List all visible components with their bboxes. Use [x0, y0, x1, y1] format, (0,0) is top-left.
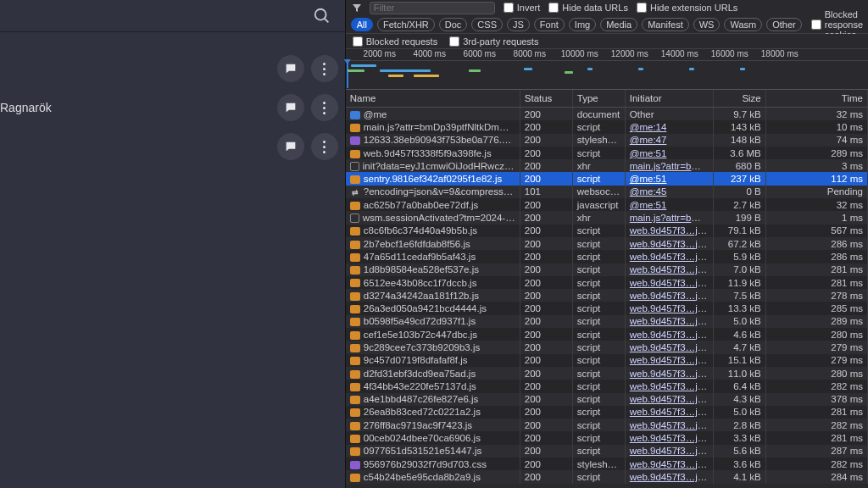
filter-chip-ws[interactable]: WS [693, 18, 721, 31]
filter-chip-css[interactable]: CSS [471, 18, 503, 31]
cell-initiator[interactable]: @me:45 [626, 185, 714, 198]
blocked-requests-checkbox[interactable]: Blocked requests [353, 36, 437, 47]
cell-initiator[interactable]: @me:47 [626, 133, 714, 147]
cell-type: script [573, 353, 626, 367]
cell-initiator[interactable]: web.9d457f3…js:12 [626, 263, 714, 276]
col-status[interactable]: Status [520, 90, 573, 107]
filter-chip-other[interactable]: Other [766, 18, 802, 31]
cell-initiator[interactable]: web.9d457f3…js:12 [626, 289, 714, 302]
cell-initiator[interactable]: @me:51 [626, 147, 714, 160]
cell-initiator[interactable]: main.js?attr=bmDp39ptfN [626, 211, 714, 225]
request-row[interactable]: a4e1bbd487c26fe827e6.js200scriptweb.9d45… [346, 393, 868, 406]
request-row[interactable]: @me200documentOther9.7 kB32 ms [346, 108, 868, 120]
request-row[interactable]: 2b7ebcf1e6fdfdab8f56.js200scriptweb.9d45… [346, 237, 868, 250]
request-row[interactable]: 47a65d11cedaf9b5af43.js200scriptweb.9d45… [346, 250, 868, 263]
more-icon[interactable] [311, 55, 338, 82]
cell-initiator[interactable]: web.9d457f3…js:12 [626, 353, 714, 367]
more-icon[interactable] [311, 133, 338, 160]
filter-chip-img[interactable]: Img [569, 18, 596, 31]
playhead-marker[interactable] [347, 62, 348, 88]
overview-bar [689, 68, 694, 70]
cell-initiator[interactable]: web.9d457f3…js:12 [626, 431, 714, 445]
file-type-icon [350, 202, 360, 210]
request-row[interactable]: 1d8b98584ea528ef537e.js200scriptweb.9d45… [346, 263, 868, 276]
hide-extension-urls-checkbox[interactable]: Hide extension URLs [637, 3, 737, 13]
request-row[interactable]: main.js?attr=bmDp39ptfNltkDmQC8yGvSFBEF…… [346, 120, 868, 133]
cell-initiator[interactable]: @me:51 [626, 198, 714, 212]
cell-initiator[interactable]: web.9d457f3…js:12 [626, 470, 714, 484]
more-icon[interactable] [311, 94, 338, 121]
cell-initiator[interactable]: web.9d457f3…js:12 [626, 328, 714, 341]
filter-chip-js[interactable]: JS [507, 18, 530, 31]
list-item[interactable] [0, 127, 345, 166]
cell-initiator[interactable]: @me:14 [626, 120, 714, 134]
request-row[interactable]: ac625b77a0bab0ee72df.js200javascript@me:… [346, 198, 868, 211]
cell-initiator[interactable]: web.9d457f3…js:12 [626, 392, 714, 406]
filter-chip-manifest[interactable]: Manifest [642, 18, 689, 31]
request-row[interactable]: b0598f5a49cd72d937f1.js200scriptweb.9d45… [346, 315, 868, 328]
request-row[interactable]: c54b24be5e95cda8b2a9.js200scriptweb.9d45… [346, 470, 868, 483]
filter-chip-all[interactable]: All [351, 18, 373, 31]
filter-chip-fetchxhr[interactable]: Fetch/XHR [377, 18, 435, 31]
cell-initiator[interactable]: main.js?attr=bmDp39ptfN [626, 159, 714, 173]
hide-data-urls-checkbox[interactable]: Hide data URLs [548, 3, 628, 13]
invert-checkbox[interactable]: Invert [504, 3, 541, 13]
request-row[interactable]: 12633.38eb90943f753be0a776.css200stylesh… [346, 134, 868, 147]
cell-initiator[interactable]: web.9d457f3…js:12 [626, 405, 714, 419]
search-input[interactable] [7, 9, 313, 22]
request-row[interactable]: 6512ee43b08cc1f7dccb.js200scriptweb.9d45… [346, 276, 868, 289]
cell-initiator[interactable]: web.9d457f3…js:12 [626, 237, 714, 251]
col-type[interactable]: Type [573, 90, 626, 107]
cell-initiator[interactable]: web.9d457f3…js:12 [626, 419, 714, 432]
timeline-tick: 18000 ms [761, 49, 798, 58]
filter-chip-wasm[interactable]: Wasm [724, 18, 762, 31]
list-item[interactable]: Ragnarök [0, 88, 345, 127]
col-name[interactable]: Name [346, 90, 520, 107]
request-row[interactable]: c8c6fb6c374d40a49b5b.js200scriptweb.9d45… [346, 225, 868, 237]
col-time[interactable]: Time [766, 90, 868, 107]
request-row[interactable]: web.9d457f3338f5f9a398fe.js200script@me:… [346, 147, 868, 159]
request-row[interactable]: 9c457d0719f8dfafaf8f.js200scriptweb.9d45… [346, 354, 868, 367]
request-row[interactable]: 4f34bb43e220fe57137d.js200scriptweb.9d45… [346, 380, 868, 392]
search-icon[interactable] [313, 7, 331, 25]
message-icon[interactable] [277, 94, 304, 121]
cell-initiator[interactable]: web.9d457f3…js:12 [626, 302, 714, 315]
request-row[interactable]: 276ff8ac9719ac9f7423.js200scriptweb.9d45… [346, 419, 868, 431]
list-item[interactable] [0, 49, 345, 88]
third-party-checkbox[interactable]: 3rd-party requests [449, 36, 538, 47]
col-initiator[interactable]: Initiator [626, 90, 714, 107]
filter-chip-font[interactable]: Font [534, 18, 565, 31]
cell-initiator[interactable]: web.9d457f3…js:12 [626, 314, 714, 328]
cell-initiator[interactable]: Other [626, 108, 714, 121]
message-icon[interactable] [277, 133, 304, 160]
request-row[interactable]: ⇄?encoding=json&v=9&compress=zlib-stream… [346, 186, 868, 198]
message-icon[interactable] [277, 55, 304, 82]
request-row[interactable]: 00ceb024dbee70ca6906.js200scriptweb.9d45… [346, 431, 868, 444]
request-row[interactable]: cef1e5e103b72c447dbc.js200scriptweb.9d45… [346, 328, 868, 341]
request-row[interactable]: 26ea8b83ced72c0221a2.js200scriptweb.9d45… [346, 406, 868, 419]
request-row[interactable]: d2fd31ebf3dcd9ea75ad.js200scriptweb.9d45… [346, 367, 868, 380]
request-row[interactable]: 0977651d531521e51447.js200scriptweb.9d45… [346, 445, 868, 458]
cell-initiator[interactable]: @me:51 [626, 172, 714, 186]
cell-initiator[interactable]: web.9d457f3…js:12 [626, 341, 714, 354]
cell-initiator[interactable]: web.9d457f3…js:12 [626, 224, 714, 237]
filter-input[interactable] [370, 2, 495, 14]
request-row[interactable]: 9c289cee7c373b9209b3.js200scriptweb.9d45… [346, 341, 868, 353]
cell-initiator[interactable]: web.9d457f3…js:12 [626, 250, 714, 263]
cell-initiator[interactable]: web.9d457f3…js:12 [626, 458, 714, 471]
request-row[interactable]: 956976b29032f7d9d703.css200stylesheetweb… [346, 458, 868, 470]
request-row[interactable]: sentry.9816ef342af0295f1e82.js200script@… [346, 172, 868, 185]
request-row[interactable]: init?data=eyJ1cmwiOiJodHRwczovL2Rpc2Nvc…… [346, 159, 868, 172]
waterfall-overview[interactable]: 2000 ms4000 ms6000 ms8000 ms10000 ms1200… [346, 49, 868, 90]
cell-initiator[interactable]: web.9d457f3…js:12 [626, 444, 714, 458]
funnel-icon[interactable] [353, 3, 361, 12]
request-row[interactable]: wsm.sessionActivated?tm=2024-07-20T17%3A… [346, 211, 868, 224]
filter-chip-doc[interactable]: Doc [439, 18, 468, 31]
cell-initiator[interactable]: web.9d457f3…js:12 [626, 367, 714, 380]
cell-initiator[interactable]: web.9d457f3…js:12 [626, 380, 714, 393]
col-size[interactable]: Size [714, 90, 766, 107]
request-row[interactable]: d3274a34242aa181f12b.js200scriptweb.9d45… [346, 289, 868, 302]
cell-initiator[interactable]: web.9d457f3…js:12 [626, 276, 714, 290]
filter-chip-media[interactable]: Media [600, 18, 637, 31]
request-row[interactable]: 26a3ed050a9421bcd4444.js200scriptweb.9d4… [346, 302, 868, 314]
